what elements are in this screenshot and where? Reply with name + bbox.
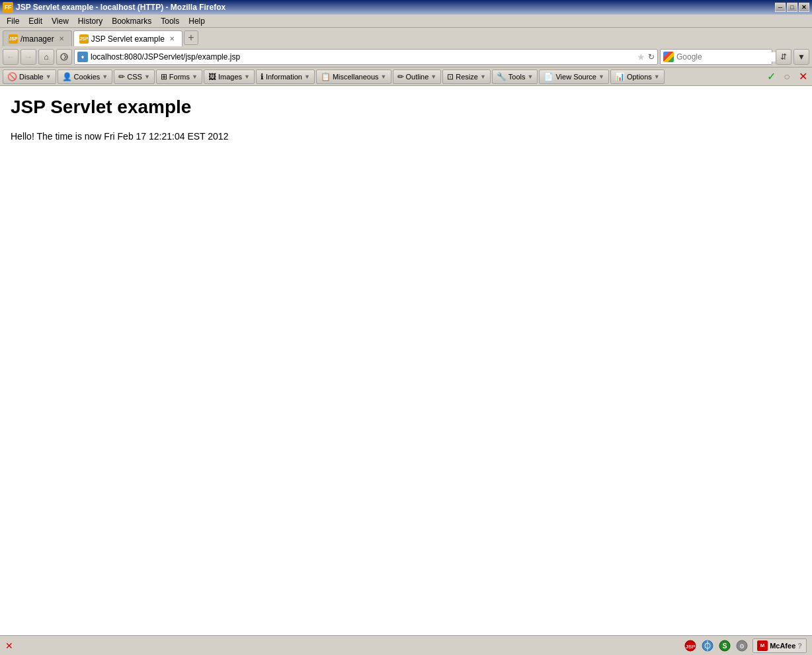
cookies-icon: 👤	[62, 72, 72, 81]
address-favicon	[77, 52, 88, 62]
google-icon	[663, 52, 674, 62]
check-action-button[interactable]: ✓	[764, 70, 778, 83]
resize-dropdown-icon: ▼	[480, 73, 486, 80]
miscellaneous-dropdown-icon: ▼	[381, 73, 387, 80]
options-label: Options	[627, 73, 652, 81]
page-body-text: Hello! The time is now Fri Feb 17 12:21:…	[11, 131, 801, 142]
tab-jsp-servlet[interactable]: JSP JSP Servlet example ✕	[73, 30, 183, 46]
outline-button[interactable]: ✏ Outline ▼	[393, 69, 442, 84]
search-input[interactable]	[676, 52, 776, 62]
information-button[interactable]: ℹ Information ▼	[256, 69, 315, 84]
miscellaneous-button[interactable]: 📋 Miscellaneous ▼	[316, 69, 391, 84]
outline-label: Outline	[406, 73, 429, 81]
css-icon: ✏	[118, 72, 125, 81]
firefox-icon: FF	[3, 2, 13, 13]
tab-close-manager[interactable]: ✕	[57, 34, 66, 44]
title-bar-left: FF JSP Servlet example - localhost (HTTP…	[3, 2, 225, 13]
home-button[interactable]: ⌂	[38, 49, 54, 65]
view-source-dropdown-icon: ▼	[598, 73, 604, 80]
tools-icon: 🔧	[497, 72, 507, 81]
menu-bookmarks[interactable]: Bookmarks	[108, 15, 155, 27]
view-source-button[interactable]: 📄 View Source ▼	[539, 69, 608, 84]
options-icon: 📊	[615, 72, 625, 81]
resize-label: Resize	[456, 73, 478, 81]
menu-edit[interactable]: Edit	[24, 15, 46, 27]
view-source-label: View Source	[555, 73, 596, 81]
back-button[interactable]: ←	[3, 49, 19, 65]
new-tab-button[interactable]: +	[184, 30, 198, 45]
circle-action-button[interactable]: ○	[780, 70, 793, 83]
title-bar-controls[interactable]: ─ □ ✕	[775, 3, 809, 12]
images-label: Images	[218, 73, 242, 81]
tab-close-jsp[interactable]: ✕	[167, 34, 177, 44]
maximize-button[interactable]: □	[787, 3, 797, 12]
options-button[interactable]: 📊 Options ▼	[610, 69, 665, 84]
forward-button[interactable]: →	[20, 49, 36, 65]
page-heading: JSP Servlet example	[11, 97, 801, 118]
x-action-button[interactable]: ✕	[796, 70, 809, 83]
cookies-label: Cookies	[74, 73, 101, 81]
forms-icon: ⊞	[161, 72, 167, 81]
stop-reload-button[interactable]	[56, 49, 72, 65]
toolbar: 🚫 Disable ▼ 👤 Cookies ▼ ✏ CSS ▼ ⊞ Forms …	[0, 67, 812, 86]
images-icon: 🖼	[208, 72, 216, 81]
information-icon: ℹ	[261, 72, 264, 81]
forms-label: Forms	[169, 73, 190, 81]
disable-dropdown-icon: ▼	[46, 73, 52, 80]
menu-help[interactable]: Help	[184, 15, 209, 27]
toolbar-right: ✓ ○ ✕	[764, 70, 809, 83]
nav-bar: ← → ⌂ ★ ↻ 🔍 ⇵ ▼	[0, 46, 812, 67]
search-bar-container[interactable]: 🔍	[660, 49, 772, 65]
forms-button[interactable]: ⊞ Forms ▼	[156, 69, 202, 84]
title-bar: FF JSP Servlet example - localhost (HTTP…	[0, 0, 812, 15]
refresh-button[interactable]: ↻	[648, 52, 655, 62]
tab-label-jsp: JSP Servlet example	[91, 34, 165, 44]
cookies-dropdown-icon: ▼	[102, 73, 108, 80]
outline-dropdown-icon: ▼	[430, 73, 436, 80]
tools-label: Tools	[508, 73, 526, 81]
address-bar-container[interactable]: ★ ↻	[74, 49, 658, 65]
outline-icon: ✏	[397, 72, 404, 81]
css-dropdown-icon: ▼	[144, 73, 150, 80]
disable-icon: 🚫	[7, 72, 17, 81]
tools-dropdown-icon: ▼	[528, 73, 534, 80]
window-title: JSP Servlet example - localhost (HTTP) -…	[16, 3, 225, 12]
disable-label: Disable	[19, 73, 44, 81]
resize-icon: ⊡	[447, 72, 454, 81]
tab-manager[interactable]: JSP /manager ✕	[3, 30, 72, 46]
tab-favicon-manager: JSP	[9, 34, 18, 44]
page-content: JSP Servlet example Hello! The time is n…	[0, 86, 812, 635]
menu-tools[interactable]: Tools	[157, 15, 183, 27]
forms-dropdown-icon: ▼	[192, 73, 198, 80]
nav-more-button[interactable]: ▼	[793, 49, 809, 65]
images-button[interactable]: 🖼 Images ▼	[204, 69, 255, 84]
close-button[interactable]: ✕	[799, 3, 809, 12]
disable-button[interactable]: 🚫 Disable ▼	[3, 69, 56, 84]
images-dropdown-icon: ▼	[244, 73, 250, 80]
view-source-icon: 📄	[544, 72, 553, 81]
downloads-button[interactable]: ⇵	[776, 49, 792, 65]
tab-bar: JSP /manager ✕ JSP JSP Servlet example ✕…	[0, 28, 812, 46]
cookies-button[interactable]: 👤 Cookies ▼	[58, 69, 113, 84]
information-label: Information	[266, 73, 302, 81]
address-input[interactable]	[91, 52, 634, 62]
menu-history[interactable]: History	[74, 15, 106, 27]
bookmark-star-icon[interactable]: ★	[637, 52, 645, 62]
css-label: CSS	[127, 73, 142, 81]
css-button[interactable]: ✏ CSS ▼	[114, 69, 155, 84]
miscellaneous-label: Miscellaneous	[333, 73, 379, 81]
menu-bar: File Edit View History Bookmarks Tools H…	[0, 15, 812, 28]
tools-button[interactable]: 🔧 Tools ▼	[492, 69, 538, 84]
menu-file[interactable]: File	[3, 15, 23, 27]
minimize-button[interactable]: ─	[775, 3, 786, 12]
tab-favicon-jsp: JSP	[79, 34, 89, 44]
information-dropdown-icon: ▼	[304, 73, 310, 80]
tab-label-manager: /manager	[20, 34, 54, 44]
menu-view[interactable]: View	[48, 15, 73, 27]
options-dropdown-icon: ▼	[654, 73, 660, 80]
resize-button[interactable]: ⊡ Resize ▼	[442, 69, 491, 84]
miscellaneous-icon: 📋	[321, 72, 331, 81]
